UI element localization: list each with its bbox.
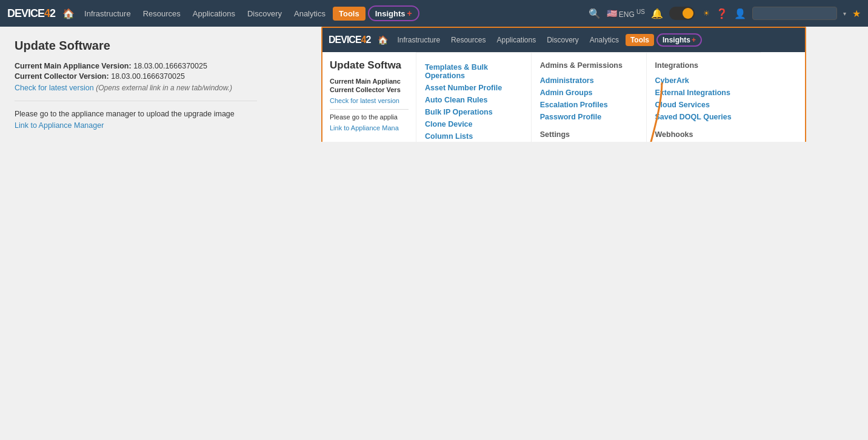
col3-items: IntegrationsCyberArkExternal Integration…	[655, 61, 753, 142]
inner-nav-infrastructure[interactable]: Infrastructure	[393, 34, 444, 46]
bell-icon[interactable]: 🔔	[651, 8, 663, 19]
menu-link[interactable]: Administrators	[540, 75, 638, 87]
logo[interactable]: DEVICE42	[7, 7, 55, 20]
inner-nav-tools[interactable]: Tools	[626, 34, 654, 46]
dropdown-col-2: Admins & PermissionsAdministratorsAdmin …	[532, 53, 647, 142]
dropdown-arrow-icon[interactable]: ▾	[843, 10, 846, 17]
menu-link[interactable]: Templates & Bulk Operations	[425, 61, 522, 82]
menu-link[interactable]: External Integrations	[655, 87, 753, 99]
menu-link[interactable]: Admin Groups	[540, 87, 638, 99]
collector-value: 18.03.00.1666370025	[111, 72, 185, 81]
overlay-appliance-link[interactable]: Link to Appliance Mana	[330, 124, 399, 132]
menu-link[interactable]: Asset Number Profile	[425, 82, 522, 94]
home-icon[interactable]: 🏠	[62, 8, 75, 19]
dropdown-col-3: IntegrationsCyberArkExternal Integration…	[647, 53, 761, 142]
flag-icon: 🇺🇸	[607, 8, 617, 18]
overlay-body: Update Softwa Current Main Applianc Curr…	[322, 52, 805, 142]
nav-resources[interactable]: Resources	[138, 7, 185, 21]
inner-nav-insights[interactable]: Insights+	[656, 33, 702, 47]
insights-label: Insights	[375, 9, 406, 18]
col2-items: Admins & PermissionsAdministratorsAdmin …	[540, 61, 638, 142]
menu-link[interactable]: Column Lists	[425, 130, 522, 142]
menu-link[interactable]: Saved DOQL Queries	[655, 111, 753, 123]
search-input[interactable]	[752, 7, 837, 20]
overlay-sidebar: Update Softwa Current Main Applianc Curr…	[322, 52, 416, 142]
inner-nav-resources[interactable]: Resources	[447, 34, 490, 46]
collector-label: Current Collector Version:	[15, 72, 109, 81]
menu-section-header: Admins & Permissions	[540, 61, 638, 70]
nav-infrastructure[interactable]: Infrastructure	[79, 7, 136, 21]
overlay-main-appliance-label: Current Main Applianc	[330, 78, 401, 85]
search-icon[interactable]: 🔍	[589, 8, 601, 19]
lang-text: ENG US	[619, 8, 645, 19]
inner-navbar: DEVICE42 🏠 Infrastructure Resources Appl…	[322, 28, 805, 52]
nav-tools[interactable]: Tools	[333, 7, 366, 21]
theme-toggle[interactable]	[669, 7, 695, 20]
inner-logo[interactable]: DEVICE42	[329, 35, 370, 45]
overlay-upload-text: Please go to the applia	[330, 113, 409, 121]
menu-link[interactable]: Cloud Services	[655, 99, 753, 111]
menu-section-header: Integrations	[655, 61, 753, 70]
nav-analytics[interactable]: Analytics	[289, 7, 330, 21]
inner-nav-analytics[interactable]: Analytics	[586, 34, 623, 46]
overlay-collector-label: Current Collector Vers	[330, 86, 401, 93]
user-icon[interactable]: 👤	[734, 8, 746, 19]
overlay-check-link[interactable]: Check for latest version	[330, 97, 409, 104]
sun-icon: ☀	[703, 9, 710, 18]
language-selector[interactable]: 🇺🇸 ENG US	[607, 8, 645, 19]
overlay-page-title: Update Softwa	[330, 59, 409, 72]
check-version-link[interactable]: Check for latest version	[15, 84, 94, 92]
overlay-divider	[330, 109, 409, 110]
menu-link[interactable]: CyberArk	[655, 75, 753, 87]
menu-link[interactable]: Password Profile	[540, 111, 638, 123]
col1-items: Templates & Bulk OperationsAsset Number …	[425, 61, 522, 142]
divider	[15, 101, 257, 101]
overlay-panel: DEVICE42 🏠 Infrastructure Resources Appl…	[321, 27, 806, 142]
help-icon[interactable]: ❓	[716, 8, 728, 19]
overlay-check-version-link[interactable]: Check for latest version	[330, 97, 399, 104]
overlay-collector: Current Collector Vers	[330, 86, 409, 93]
toggle-knob	[683, 8, 693, 19]
inner-nav-applications[interactable]: Applications	[492, 34, 540, 46]
menu-link[interactable]: Escalation Profiles	[540, 99, 638, 111]
menu-link[interactable]: Auto Clean Rules	[425, 94, 522, 106]
page-content: Update Software Current Main Appliance V…	[0, 27, 868, 142]
main-appliance-value: 18.03.00.1666370025	[133, 62, 207, 70]
dropdown-menu: Templates & Bulk OperationsAsset Number …	[416, 52, 761, 142]
dropdown-col-1: Templates & Bulk OperationsAsset Number …	[416, 53, 532, 142]
menu-section-header: Settings	[540, 130, 638, 139]
inner-home-icon[interactable]: 🏠	[378, 35, 388, 45]
inner-insights-plus: +	[692, 36, 696, 44]
overlay-main-appliance: Current Main Applianc	[330, 78, 409, 85]
nav-right-controls: 🔍 🇺🇸 ENG US 🔔 ☀ ❓ 👤 ▾ ★	[589, 7, 861, 20]
main-appliance-label: Current Main Appliance Version:	[15, 62, 132, 70]
nav-discovery[interactable]: Discovery	[242, 7, 287, 21]
nav-insights[interactable]: Insights+	[368, 5, 419, 21]
check-version-note: (Opens external link in a new tab/window…	[96, 84, 232, 92]
top-navbar: DEVICE42 🏠 Infrastructure Resources Appl…	[0, 0, 868, 27]
menu-section-header: Webhooks	[655, 130, 753, 139]
appliance-manager-link[interactable]: Link to Appliance Manager	[15, 121, 104, 130]
inner-nav-discovery[interactable]: Discovery	[542, 34, 583, 46]
menu-link[interactable]: Clone Device	[425, 118, 522, 130]
star-icon[interactable]: ★	[852, 8, 861, 19]
insights-plus: +	[407, 8, 412, 18]
nav-applications[interactable]: Applications	[188, 7, 240, 21]
menu-link[interactable]: Bulk IP Operations	[425, 106, 522, 118]
inner-insights-label: Insights	[663, 36, 690, 44]
